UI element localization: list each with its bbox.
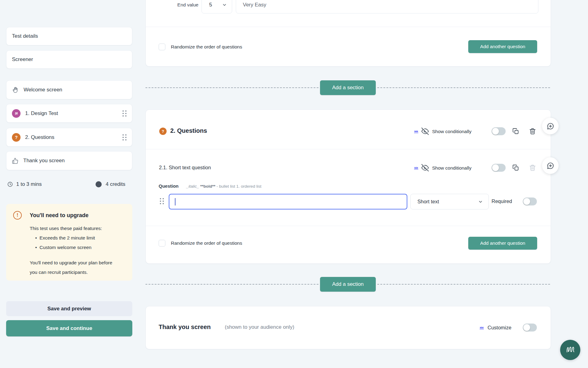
add-another-question-label: Add another question: [480, 240, 525, 246]
hand-wave-icon: [12, 86, 19, 93]
scale-question-card: End value 5 Very Easy Randomize the orde…: [145, 0, 551, 67]
customize-label: Customize: [488, 325, 511, 331]
save-and-continue-button[interactable]: Save and continue: [6, 320, 132, 336]
add-a-section-label: Add a section: [332, 85, 364, 91]
upgrade-feature-item: • Exceeds the 2 minute limit: [35, 235, 95, 241]
warning-icon: !: [13, 211, 22, 220]
randomize-checkbox[interactable]: [159, 240, 165, 247]
test-duration: 1 to 3 mins: [7, 181, 42, 187]
add-another-question-button[interactable]: Add another question: [468, 40, 537, 53]
feature-label: Custom welcome screen: [40, 245, 92, 250]
randomize-label: Randomize the order of questions: [171, 44, 242, 50]
sidebar-item-welcome-screen[interactable]: Welcome screen: [6, 80, 132, 99]
sidebar-item-label: Thank you screen: [23, 158, 65, 164]
help-widget-button[interactable]: [560, 340, 580, 360]
end-value-label: End value: [172, 2, 198, 8]
sidebar-item-label: 2. Questions: [25, 134, 54, 140]
hint-bold: **bold**: [200, 184, 216, 189]
drag-handle-icon[interactable]: [160, 198, 164, 204]
divider: [146, 149, 551, 149]
thank-you-screen-card: Thank you screen (shown to your audience…: [145, 306, 551, 349]
randomize-checkbox[interactable]: [159, 44, 165, 50]
end-value-select[interactable]: 5: [202, 0, 232, 13]
add-another-question-button[interactable]: Add another question: [468, 237, 537, 250]
sidebar-item-thank-you[interactable]: Thank you screen: [6, 151, 132, 170]
sidebar-item-design-test[interactable]: 1. Design Test: [6, 104, 132, 123]
sidebar-item-label: 1. Design Test: [25, 110, 58, 117]
question-type-select[interactable]: Short text: [410, 194, 489, 209]
thumbs-up-icon: [12, 158, 18, 164]
show-conditionally-label: Show conditionally: [432, 165, 471, 171]
question-text-input[interactable]: [169, 194, 407, 209]
credits-label: 4 credits: [106, 181, 125, 187]
question-type-selected: Short text: [417, 199, 439, 205]
customize-toggle[interactable]: [523, 324, 537, 332]
save-and-preview-label: Save and preview: [47, 306, 91, 312]
add-a-section-button[interactable]: Add a section: [320, 277, 376, 292]
show-conditionally-toggle[interactable]: [492, 164, 506, 172]
sidebar-item-screener[interactable]: Screener: [6, 50, 132, 69]
credit-coin-icon: [96, 181, 102, 187]
crown-icon: [479, 325, 484, 330]
sidebar-item-test-details[interactable]: Test details: [6, 27, 132, 45]
show-conditionally-toggle[interactable]: [492, 127, 506, 135]
randomize-label: Randomize the order of questions: [171, 240, 242, 246]
end-value-text-input[interactable]: Very Easy: [236, 0, 538, 13]
end-value-selected: 5: [209, 2, 212, 8]
divider: [146, 226, 551, 226]
end-value-text: Very Easy: [243, 2, 266, 8]
feature-label: Exceeds the 2 minute limit: [40, 235, 95, 240]
duration-label: 1 to 3 mins: [16, 181, 42, 187]
questions-icon: ?: [159, 128, 167, 135]
section-divider-dashed: [377, 87, 550, 88]
upgrade-warning-panel: ! You'll need to upgrade This test uses …: [6, 204, 132, 281]
chevron-down-icon: [478, 199, 483, 204]
delete-icon[interactable]: [529, 128, 536, 135]
design-test-icon: [12, 109, 21, 118]
markdown-hint: _italic_ **bold** - bullet list 1. order…: [186, 184, 261, 189]
required-label: Required: [492, 198, 512, 204]
sidebar-item-label: Screener: [12, 56, 33, 63]
section-divider-dashed: [145, 284, 318, 285]
section-title: 2. Questions: [170, 127, 207, 134]
duplicate-icon[interactable]: [512, 164, 519, 171]
crown-icon: [414, 165, 419, 170]
add-comment-button[interactable]: [542, 157, 559, 174]
section-divider-dashed: [377, 284, 550, 285]
chevron-down-icon: [222, 2, 227, 7]
crown-icon: [414, 129, 419, 133]
questions-icon: ?: [12, 133, 21, 142]
required-toggle[interactable]: [523, 197, 537, 205]
question-number-title: 2.1. Short text question: [159, 165, 211, 171]
questions-section-card: ? 2. Questions Show conditionally 2.1. S…: [145, 109, 551, 264]
add-another-question-label: Add another question: [480, 44, 525, 49]
upgrade-outro: You'll need to upgrade your plan before …: [30, 258, 113, 277]
sidebar-item-label: Test details: [12, 33, 38, 39]
save-and-preview-button[interactable]: Save and preview: [6, 301, 132, 316]
thank-you-note: (shown to your audience only): [225, 324, 294, 330]
comment-plus-icon: [546, 162, 555, 170]
test-builder-page: Test details Screener Welcome screen 1. …: [0, 0, 588, 368]
hint-italic: _italic_: [186, 184, 199, 189]
sidebar-item-label: Welcome screen: [24, 87, 62, 93]
delete-icon-disabled: [529, 164, 536, 171]
add-a-section-label: Add a section: [332, 281, 364, 287]
save-and-continue-label: Save and continue: [46, 325, 92, 332]
sidebar-item-questions[interactable]: ? 2. Questions: [6, 128, 132, 147]
text-caret: [175, 198, 175, 205]
drag-handle-icon[interactable]: [123, 110, 126, 117]
lyssna-logo-icon: [564, 344, 576, 356]
section-divider-dashed: [145, 87, 318, 88]
question-field-label: Question: [159, 183, 179, 189]
duplicate-icon[interactable]: [512, 128, 519, 135]
hint-rest: - bullet list 1. ordered list: [217, 184, 261, 189]
drag-handle-icon[interactable]: [123, 134, 126, 140]
upgrade-feature-item: • Custom welcome screen: [35, 245, 92, 250]
upgrade-title: You'll need to upgrade: [30, 212, 89, 219]
upgrade-intro: This test uses these paid features:: [30, 226, 102, 231]
add-comment-button[interactable]: [542, 118, 559, 134]
thank-you-title: Thank you screen: [159, 324, 211, 331]
credits-counter: 4 credits: [96, 181, 125, 187]
divider: [146, 27, 551, 27]
add-a-section-button[interactable]: Add a section: [320, 80, 376, 95]
